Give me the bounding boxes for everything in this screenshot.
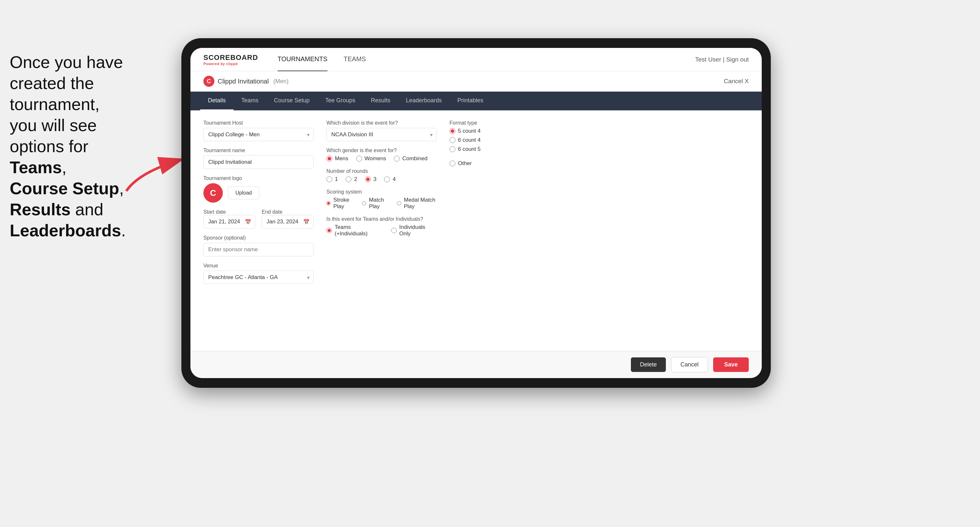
tournament-name-input[interactable]: Clippd Invitational [204,156,313,169]
gender-mens[interactable]: Mens [326,156,348,162]
format-6count4[interactable]: 6 count 4 [450,137,749,143]
rounds-1-radio[interactable] [326,176,332,182]
individuals-only-label: Individuals Only [399,224,437,237]
sponsor-input[interactable] [204,243,313,256]
gender-combined-radio[interactable] [394,156,399,162]
gender-mens-label: Mens [335,156,348,162]
tab-tee-groups[interactable]: Tee Groups [317,92,363,110]
rounds-1[interactable]: 1 [326,176,338,183]
tournament-logo-label: Tournament logo [204,175,313,181]
rounds-2-radio[interactable] [345,176,352,182]
scoring-medal-radio[interactable] [397,200,401,206]
scoring-match[interactable]: Match Play [362,197,389,210]
format-other[interactable]: Other [450,160,749,167]
breadcrumb: C Clippd Invitational (Men) [204,76,288,87]
gender-combined-label: Combined [402,156,428,162]
tab-results[interactable]: Results [363,92,398,110]
rounds-radio-group: 1 2 3 4 [326,176,437,183]
rounds-4-radio[interactable] [384,176,390,182]
tab-printables[interactable]: Printables [450,92,491,110]
start-date-field: Start date 📅 [204,209,255,229]
scoring-radio-group: Stroke Play Match Play Medal Match Play [326,197,437,210]
tournament-host-select-wrapper: Clippd College - Men [204,128,313,141]
nav-teams[interactable]: TEAMS [344,48,366,71]
main-content: Tournament Host Clippd College - Men Tou… [191,110,762,351]
venue-label: Venue [204,263,313,269]
format-label: Format type [450,120,749,126]
teams-plus[interactable]: Teams (+Individuals) [326,224,383,237]
instruction-text: Once you have created the tournament, yo… [0,45,159,248]
format-6count5[interactable]: 6 count 5 [450,146,749,152]
scoring-stroke-label: Stroke Play [333,197,354,210]
format-5count4-label: 5 count 4 [458,128,480,134]
col-left: Tournament Host Clippd College - Men Tou… [204,120,313,284]
user-area: Test User | Sign out [695,56,749,63]
tournament-sub: (Men) [273,78,288,85]
tab-leaderboards[interactable]: Leaderboards [398,92,450,110]
nav-tournaments[interactable]: TOURNAMENTS [278,48,328,71]
tab-teams[interactable]: Teams [234,92,266,110]
end-date-field: End date 📅 [262,209,313,229]
teams-plus-radio[interactable] [326,227,332,233]
sign-out-link[interactable]: Sign out [726,56,749,63]
rounds-3-radio[interactable] [365,176,371,182]
format-6count5-label: 6 count 5 [458,146,480,152]
scoring-stroke-radio[interactable] [326,200,331,206]
individuals-only-radio[interactable] [391,227,397,233]
content-grid: Tournament Host Clippd College - Men Tou… [204,120,749,284]
venue-select-wrapper: Peachtree GC - Atlanta - GA [204,271,313,284]
upload-button[interactable]: Upload [228,186,259,199]
scoring-medal-label: Medal Match Play [404,197,437,210]
individuals-only[interactable]: Individuals Only [391,224,437,237]
gender-combined[interactable]: Combined [394,156,428,162]
logo-title: SCOREBOARD [204,53,258,62]
main-nav: TOURNAMENTS TEAMS [278,48,695,71]
format-6count4-label: 6 count 4 [458,137,480,143]
format-other-radio[interactable] [450,160,455,167]
tournament-host-select[interactable]: Clippd College - Men [204,128,313,141]
rounds-3[interactable]: 3 [365,176,376,183]
tab-course-setup[interactable]: Course Setup [266,92,317,110]
scoring-stroke[interactable]: Stroke Play [326,197,354,210]
gender-womens-radio[interactable] [356,156,362,162]
format-group: Format type 5 count 4 6 count 4 [450,120,749,152]
division-label: Which division is the event for? [326,120,437,126]
start-date-label: Start date [204,209,226,214]
end-date-label: End date [262,209,282,214]
tournament-host-group: Tournament Host Clippd College - Men [204,120,313,141]
rounds-2-label: 2 [354,176,357,183]
rounds-4[interactable]: 4 [384,176,395,183]
gender-radio-group: Mens Womens Combined [326,156,437,162]
rounds-2[interactable]: 2 [345,176,357,183]
tab-details[interactable]: Details [200,92,234,110]
scoring-match-radio[interactable] [362,200,366,206]
cancel-button[interactable]: Cancel [671,357,708,372]
scoring-medal[interactable]: Medal Match Play [397,197,437,210]
save-button[interactable]: Save [713,357,749,372]
end-date-wrap: 📅 [262,215,313,229]
start-date-wrap: 📅 [204,215,255,229]
gender-womens[interactable]: Womens [356,156,387,162]
cancel-x-button[interactable]: Cancel X [724,78,749,85]
rounds-3-label: 3 [374,176,376,183]
logo-upload-area: C Upload [204,183,313,203]
division-select[interactable]: NCAA Division III [326,128,437,141]
logo-subtitle: Powered by clippd [204,62,258,66]
format-other-label: Other [458,160,472,167]
tournament-name: Clippd Invitational [218,78,269,85]
format-5count4[interactable]: 5 count 4 [450,128,749,134]
division-select-wrapper: NCAA Division III [326,128,437,141]
sponsor-group: Sponsor (optional) [204,235,313,256]
delete-button[interactable]: Delete [631,357,666,372]
date-fields-group: Start date 📅 End date 📅 [204,209,313,229]
col-mid: Which division is the event for? NCAA Di… [326,120,437,284]
format-6count4-radio[interactable] [450,137,455,143]
venue-select[interactable]: Peachtree GC - Atlanta - GA [204,271,313,284]
tournament-name-group: Tournament name Clippd Invitational [204,148,313,169]
gender-mens-radio[interactable] [326,156,332,162]
format-radio-group: 5 count 4 6 count 4 6 count 5 [450,128,749,152]
format-6count5-radio[interactable] [450,146,455,152]
scoring-label: Scoring system [326,189,437,195]
tablet-frame: SCOREBOARD Powered by clippd TOURNAMENTS… [181,38,771,388]
format-5count4-radio[interactable] [450,128,455,134]
